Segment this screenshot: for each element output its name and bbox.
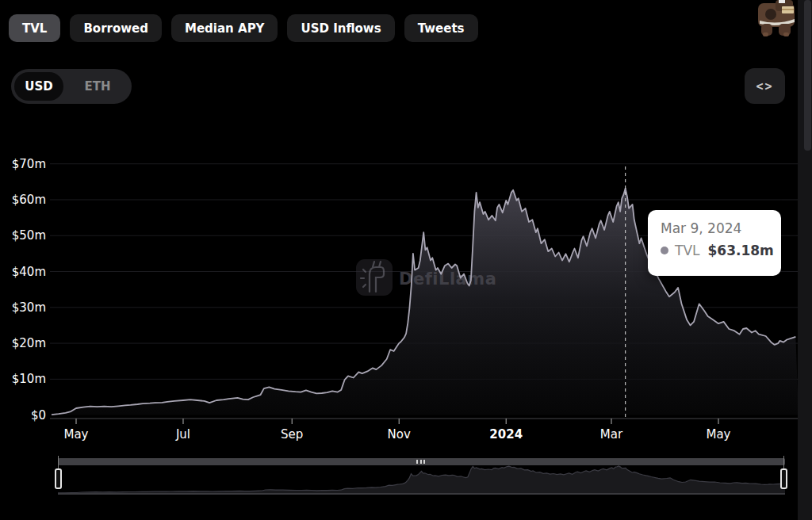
brush-minimap[interactable] xyxy=(0,0,812,520)
brush-right-handle[interactable] xyxy=(780,468,787,489)
defillama-protocol-chart-page: { "page": {"background": "#000000"}, "he… xyxy=(0,0,812,520)
brush-area-fill xyxy=(58,466,785,493)
brush-bottom-border xyxy=(58,493,785,495)
brush-left-handle[interactable] xyxy=(55,468,62,489)
brush-right-stem xyxy=(783,456,784,469)
brush-left-stem xyxy=(58,456,59,469)
scrollbar-thumb[interactable] xyxy=(804,0,811,151)
